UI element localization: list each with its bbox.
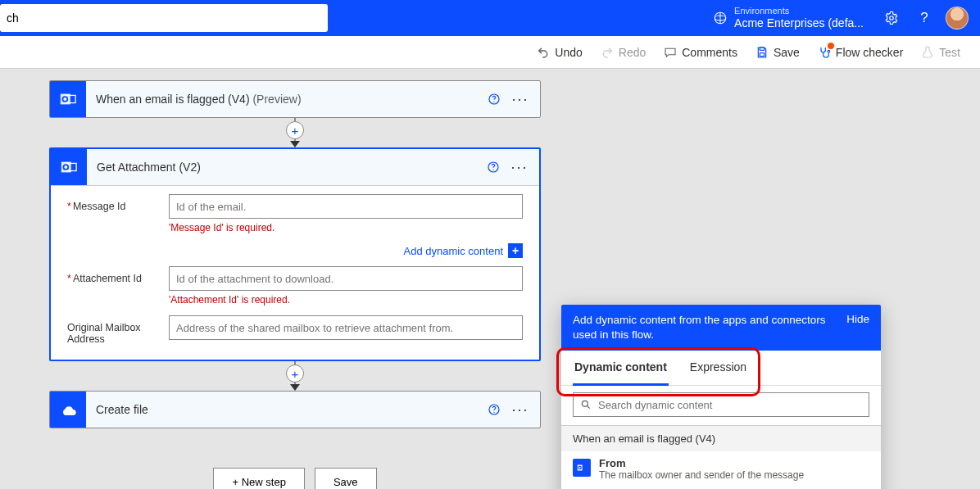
- test-label: Test: [939, 46, 960, 59]
- environment-icon: [713, 11, 728, 25]
- svg-point-17: [493, 412, 494, 413]
- undo-icon: [537, 46, 550, 59]
- bottom-actions: + New step Save: [49, 468, 541, 489]
- create-file-header: Create file ···: [50, 392, 540, 428]
- search-icon: [580, 399, 592, 410]
- save-flow-button[interactable]: Save: [315, 468, 377, 489]
- test-button[interactable]: Test: [921, 46, 960, 59]
- field-row-message-id: Message Id 'Message Id' is required.: [67, 194, 523, 238]
- dc-item-name: From: [599, 457, 804, 469]
- environment-picker[interactable]: Environments Acme Enterprises (defa...: [701, 0, 875, 36]
- undo-button[interactable]: Undo: [537, 46, 582, 59]
- plus-icon: +: [508, 243, 523, 258]
- dc-search-box[interactable]: [573, 392, 869, 417]
- comments-label: Comments: [682, 46, 737, 59]
- test-icon: [921, 46, 934, 59]
- help-icon[interactable]: ?: [908, 0, 941, 36]
- dc-hide-button[interactable]: Hide: [846, 313, 869, 325]
- svg-point-2: [890, 16, 894, 20]
- tab-expression[interactable]: Expression: [688, 351, 748, 385]
- dynamic-content-panel: Add dynamic content from the apps and co…: [561, 305, 881, 489]
- trigger-title-text: When an email is flagged (V4): [96, 93, 250, 106]
- tab-dynamic-content[interactable]: Dynamic content: [573, 351, 669, 386]
- add-dynamic-content-link[interactable]: Add dynamic content +: [67, 243, 523, 258]
- environment-text: Environments Acme Enterprises (defa...: [734, 6, 864, 30]
- trigger-card-title: When an email is flagged (V4) (Preview): [86, 93, 481, 106]
- create-file-card[interactable]: Create file ···: [49, 391, 541, 428]
- undo-label: Undo: [555, 46, 582, 59]
- connector-2: +: [49, 361, 541, 391]
- insert-step-1[interactable]: +: [286, 121, 304, 139]
- environment-name: Acme Enterprises (defa...: [734, 16, 864, 30]
- get-attachment-title: Get Attachment (V2): [87, 161, 480, 174]
- message-id-error: 'Message Id' is required.: [169, 222, 523, 233]
- attachment-id-input[interactable]: [169, 266, 523, 291]
- save-icon: [755, 46, 769, 59]
- message-id-input[interactable]: [169, 194, 523, 219]
- mailbox-label: Original Mailbox Address: [67, 315, 169, 345]
- global-search-input[interactable]: [0, 4, 328, 32]
- create-file-help-icon[interactable]: [481, 396, 507, 423]
- redo-button[interactable]: Redo: [601, 46, 646, 59]
- dc-search: [561, 386, 881, 425]
- connector-1: +: [49, 118, 541, 147]
- comments-button[interactable]: Comments: [664, 46, 737, 59]
- svg-point-10: [493, 102, 494, 102]
- create-file-more-menu[interactable]: ···: [507, 396, 533, 423]
- dc-item-desc: The mailbox owner and sender of the mess…: [599, 469, 804, 481]
- dc-group-title: When an email is flagged (V4): [561, 426, 881, 451]
- onedrive-icon: [50, 392, 86, 428]
- dc-item-from[interactable]: From The mailbox owner and sender of the…: [561, 451, 881, 487]
- get-attachment-help-icon[interactable]: [480, 154, 506, 180]
- svg-point-5: [828, 50, 830, 52]
- redo-icon: [601, 46, 614, 59]
- new-step-button[interactable]: + New step: [213, 468, 304, 489]
- environment-label: Environments: [734, 6, 864, 16]
- outlook-icon: [51, 149, 87, 185]
- mailbox-input[interactable]: [169, 315, 523, 340]
- attachment-id-label: Attachement Id: [67, 266, 169, 284]
- field-row-attachment-id: Attachement Id 'Attachement Id' is requi…: [67, 266, 523, 310]
- get-attachment-card[interactable]: Get Attachment (V2) ··· Message Id 'Mess…: [49, 147, 541, 361]
- get-attachment-more-menu[interactable]: ···: [506, 154, 533, 180]
- flow-canvas: When an email is flagged (V4) (Preview) …: [0, 69, 980, 489]
- trigger-help-icon[interactable]: [481, 86, 507, 112]
- global-search-wrap: [0, 0, 328, 36]
- dc-search-input[interactable]: [598, 399, 862, 411]
- attachment-id-error: 'Attachement Id' is required.: [169, 294, 523, 306]
- user-avatar[interactable]: [941, 0, 973, 36]
- trigger-title-suffix: (Preview): [252, 93, 301, 106]
- svg-point-15: [492, 170, 493, 170]
- get-attachment-body: Message Id 'Message Id' is required. Add…: [51, 185, 539, 360]
- trigger-card[interactable]: When an email is flagged (V4) (Preview) …: [49, 80, 541, 118]
- stethoscope-icon: [818, 46, 831, 59]
- message-id-label: Message Id: [67, 194, 169, 212]
- dc-content-list[interactable]: When an email is flagged (V4) From The m…: [561, 425, 881, 489]
- avatar-image: [946, 7, 969, 29]
- comment-icon: [664, 46, 677, 59]
- create-file-title: Create file: [86, 403, 481, 416]
- outlook-chip-icon: [573, 459, 591, 477]
- error-badge: [828, 43, 834, 49]
- trigger-more-menu[interactable]: ···: [507, 86, 533, 112]
- dc-description: Add dynamic content from the apps and co…: [573, 313, 833, 342]
- trigger-card-header: When an email is flagged (V4) (Preview) …: [50, 81, 540, 117]
- field-row-mailbox: Original Mailbox Address: [67, 315, 523, 345]
- flow-checker-button[interactable]: Flow checker: [818, 46, 903, 59]
- save-button[interactable]: Save: [755, 46, 800, 59]
- save-label: Save: [774, 46, 800, 59]
- command-toolbar: Undo Redo Comments Save Flow checker Tes…: [0, 36, 980, 69]
- svg-point-18: [582, 401, 588, 407]
- settings-icon[interactable]: [875, 0, 908, 36]
- flow-column: When an email is flagged (V4) (Preview) …: [49, 80, 541, 489]
- dc-panel-header: Add dynamic content from the apps and co…: [561, 305, 881, 351]
- add-dynamic-label: Add dynamic content: [404, 245, 503, 257]
- get-attachment-header: Get Attachment (V2) ···: [51, 149, 539, 185]
- outlook-icon: [50, 81, 86, 117]
- redo-label: Redo: [619, 46, 646, 59]
- flow-checker-label: Flow checker: [836, 46, 903, 59]
- svg-rect-3: [760, 48, 764, 50]
- insert-step-2[interactable]: +: [286, 364, 304, 383]
- top-header: Environments Acme Enterprises (defa... ?: [0, 0, 980, 36]
- dc-tabs: Dynamic content Expression: [561, 351, 881, 386]
